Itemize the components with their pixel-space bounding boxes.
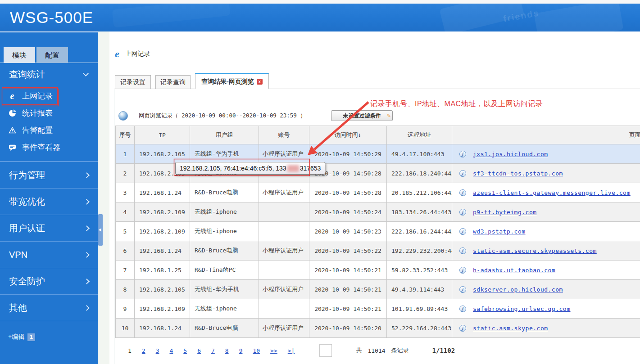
sidebar-section-用户认证[interactable]: 用户认证 <box>0 215 98 241</box>
info-icon[interactable]: i <box>459 228 466 235</box>
close-icon[interactable]: x <box>257 79 263 85</box>
site-link[interactable]: static-asm.secure.skypeassets.com <box>473 247 597 254</box>
section-label: 行为管理 <box>9 169 45 181</box>
info-icon[interactable]: i <box>459 170 466 177</box>
site-link[interactable]: sdkserver.op.hicloud.com <box>473 286 563 293</box>
page-link-4[interactable]: 4 <box>169 347 173 354</box>
chevron-down-icon <box>83 71 89 76</box>
cell-time: 2020-10-09 14:50:21 <box>309 280 387 299</box>
total-suffix: 条记录 <box>391 346 409 355</box>
column-header-4[interactable]: 访问时间↓ <box>309 126 387 144</box>
page-link-9[interactable]: 9 <box>239 347 243 354</box>
ie-icon: e <box>7 92 17 100</box>
cell-ip: 192.168.2.105 <box>135 280 190 299</box>
cell-group: 无线组-华为手机 <box>190 144 259 164</box>
site-link[interactable]: azeus1-client-s.gateway.messenger.live.c… <box>473 189 631 196</box>
sidebar-collapse-handle[interactable] <box>98 214 103 246</box>
page-indicator: 1/1102 <box>432 347 455 354</box>
cell-group: R&D-Bruce电脑 <box>190 183 259 202</box>
cell-account: 小程序认证用户 <box>259 319 309 338</box>
pencil-icon: ✎ <box>387 111 391 121</box>
table-row: 3192.168.1.24R&D-Bruce电脑小程序认证用户2020-10-0… <box>116 183 640 202</box>
sidebar-item-统计报表[interactable]: 统计报表 <box>0 104 98 121</box>
site-link[interactable]: wd3.pstatp.com <box>473 228 526 235</box>
mac-phone-tooltip: 192.168.2.105, 76:41:e4:46:c5:f5, 133317… <box>175 162 325 175</box>
page-link-2[interactable]: 2 <box>142 347 145 354</box>
info-icon[interactable]: i <box>459 151 466 157</box>
site-link[interactable]: static.asm.skype.com <box>473 325 548 332</box>
page-link->|[interactable]: >| <box>288 347 295 354</box>
info-icon[interactable]: i <box>459 306 466 312</box>
site-link[interactable]: jxs1.jos.hicloud.com <box>473 151 548 157</box>
tab-record-settings[interactable]: 记录设置 <box>115 75 151 89</box>
sidebar-section-带宽优化[interactable]: 带宽优化 <box>0 188 98 215</box>
page-jump-input[interactable] <box>319 344 332 357</box>
tab-record-query[interactable]: 记录查询 <box>155 75 191 89</box>
report-icon <box>7 109 17 117</box>
site-link[interactable]: safebrowsing.urlsec.qq.com <box>473 306 571 312</box>
cell-group: R&D-Bruce电脑 <box>190 241 259 261</box>
page-link-6[interactable]: 6 <box>197 347 201 354</box>
sidebar-item-上网记录[interactable]: e上网记录 <box>0 87 98 104</box>
page-link-7[interactable]: 7 <box>211 347 215 354</box>
table-row: 1192.168.2.105无线组-华为手机小程序认证用户2020-10-09 … <box>116 144 640 164</box>
cell-ip: 192.168.1.24 <box>135 241 190 261</box>
tab-query-result-label: 查询结果-网页浏览 <box>201 75 254 88</box>
sidebar-tab-config[interactable]: 配置 <box>36 47 68 63</box>
page-link-3[interactable]: 3 <box>156 347 159 354</box>
breadcrumb-label: 上网记录 <box>125 50 150 58</box>
keyboard-key-shape <box>534 4 623 31</box>
page-link->>[interactable]: >> <box>270 347 277 354</box>
cell-site: ih-adashx.ut.taobao.com <box>452 261 640 280</box>
sidebar-tab-module[interactable]: 模块 <box>4 47 35 63</box>
sidebar-section-行为管理[interactable]: 行为管理 <box>0 162 98 188</box>
info-icon[interactable]: i <box>459 209 466 216</box>
chevron-right-icon <box>84 252 90 258</box>
cell-group: 无线组-华为手机 <box>190 280 259 299</box>
cell-time: 2020-10-09 14:50:22 <box>309 241 387 261</box>
column-header-6: 页面 <box>452 126 640 144</box>
site-link[interactable]: p9-tt.byteimg.com <box>473 209 537 216</box>
cell-no: 5 <box>116 222 135 241</box>
cell-no: 2 <box>116 164 135 183</box>
info-icon[interactable]: i <box>459 247 466 254</box>
sidebar-section-安全防护[interactable]: 安全防护 <box>0 268 98 294</box>
cell-group: 无线组-iphone <box>190 202 259 222</box>
cell-remote: 20.185.212.106:443 <box>387 183 452 202</box>
sidebar-item-告警配置[interactable]: 告警配置 <box>0 121 98 139</box>
sidebar-sections: 行为管理带宽优化用户认证VPN安全防护其他 <box>0 162 98 321</box>
tab-query-result[interactable]: 查询结果-网页浏览 x <box>195 73 269 89</box>
cell-time: 2020-10-09 14:50:20 <box>309 319 387 338</box>
cell-account: 小程序认证用户 <box>259 241 309 261</box>
info-icon[interactable]: i <box>459 325 466 332</box>
sidebar-item-事件查看器[interactable]: 事件查看器 <box>0 139 98 156</box>
sidebar-section-其他[interactable]: 其他 <box>0 294 98 321</box>
cell-ip: 192.168.1.25 <box>135 261 190 280</box>
cell-no: 3 <box>116 183 135 202</box>
tooltip-suffix: 317653 <box>300 165 321 172</box>
chevron-right-icon <box>84 172 90 178</box>
sidebar-group-query-stats[interactable]: 查询统计 <box>0 63 98 85</box>
page-link-10[interactable]: 10 <box>253 347 260 354</box>
info-icon[interactable]: i <box>459 286 466 293</box>
page-link-5[interactable]: 5 <box>183 347 187 354</box>
site-link[interactable]: h-adashx.ut.taobao.com <box>473 267 555 274</box>
page-link-8[interactable]: 8 <box>225 347 229 354</box>
cell-ip: 192.168.2.109 <box>135 222 190 241</box>
sidebar-edit-button[interactable]: +编辑 1 <box>0 333 98 341</box>
filter-condition-button[interactable]: 未设置过滤条件 ✎ <box>331 110 393 121</box>
table-row: 9192.168.2.109无线组-iphone2020-10-09 14:50… <box>116 299 640 319</box>
section-label: 安全防护 <box>9 275 45 288</box>
chevron-right-icon <box>84 279 90 284</box>
edit-count-badge: 1 <box>27 333 35 341</box>
record-range-label: 网页浏览记录（ 2020-10-09 00:00--2020-10-09 23:… <box>139 112 306 120</box>
info-icon[interactable]: i <box>459 267 466 274</box>
cell-remote: 59.82.33.252:443 <box>387 261 452 280</box>
record-total: 共 11014 条记录 <box>356 346 409 355</box>
info-icon[interactable]: i <box>459 189 466 196</box>
site-link[interactable]: sf3-ttcdn-tos.pstatp.com <box>473 170 563 177</box>
cell-ip: 192.168.2.109 <box>135 202 190 222</box>
section-label: 其他 <box>9 302 27 314</box>
sidebar-section-VPN[interactable]: VPN <box>0 241 98 268</box>
cell-time: 2020-10-09 14:50:23 <box>309 222 387 241</box>
